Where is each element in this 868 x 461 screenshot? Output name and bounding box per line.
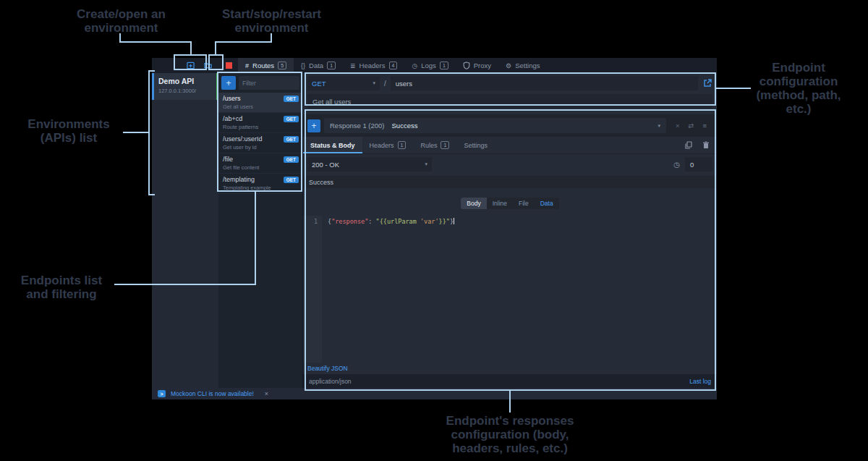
annotation-line: etc.) [740, 102, 857, 116]
annotation-line: configuration [740, 75, 857, 88]
highlight-box-endpoint-config [305, 72, 716, 106]
tab-label: Routes [252, 62, 274, 69]
annotation-line: environment [54, 21, 188, 35]
environment-host: 127.0.0.1:3000/ [158, 88, 212, 94]
connector-line [123, 132, 150, 133]
annotation-line: configuration (body, [394, 428, 626, 441]
highlight-box-endpoints-list [217, 72, 302, 192]
tab-badge: 5 [278, 62, 286, 69]
tab-proxy[interactable]: Proxy [456, 58, 498, 73]
annotation-start-stop-environment: Start/stop/restart environment [205, 7, 339, 35]
tab-logs[interactable]: ◷ Logs 1 [404, 58, 455, 73]
annotation-responses-configuration: Endpoint's responses configuration (body… [394, 414, 626, 455]
proxy-shield-icon [463, 62, 470, 69]
cli-terminal-icon: > [158, 390, 166, 397]
headers-icon: ≣ [350, 62, 356, 69]
annotated-screenshot: # Routes 5 {} Data 1 ≣ Headers 4 ◷ Logs [0, 0, 868, 461]
bracket-tick [148, 70, 155, 72]
annotation-line: Endpoint's responses [394, 414, 626, 428]
annotation-create-open-environment: Create/open an environment [54, 7, 188, 35]
highlight-box-responses [305, 109, 716, 391]
stop-environment-button[interactable] [226, 62, 232, 69]
tab-badge: 1 [440, 62, 448, 69]
toolbar: # Routes 5 {} Data 1 ≣ Headers 4 ◷ Logs [152, 58, 717, 73]
annotation-line: Endpoint [740, 61, 857, 75]
annotation-line: (method, path, [740, 88, 857, 102]
annotation-line: (APIs) list [14, 131, 123, 145]
tab-label: Headers [359, 62, 386, 69]
tab-data[interactable]: {} Data 1 [294, 58, 343, 73]
logs-icon: ◷ [412, 62, 417, 69]
annotation-line: headers, rules, etc.) [394, 441, 626, 455]
connector-line [215, 41, 216, 54]
environment-item-demo-api[interactable]: Demo API 127.0.0.1:3000/ [152, 73, 218, 100]
connector-line [215, 41, 272, 43]
environments-list: Demo API 127.0.0.1:3000/ [152, 73, 218, 388]
bracket-tick [148, 194, 155, 195]
annotation-endpoint-configuration: Endpoint configuration (method, path, et… [740, 61, 857, 116]
tab-routes[interactable]: # Routes 5 [238, 58, 294, 73]
tab-label: Logs [421, 62, 436, 69]
connector-line [190, 41, 192, 54]
banner-close-icon[interactable]: × [265, 390, 268, 397]
annotation-line: and filtering [7, 287, 116, 301]
tab-headers[interactable]: ≣ Headers 4 [343, 58, 404, 73]
tab-label: Settings [515, 62, 540, 69]
highlight-box-stop-button [208, 54, 224, 70]
main-tabs: # Routes 5 {} Data 1 ≣ Headers 4 ◷ Logs [238, 58, 547, 73]
tab-badge: 4 [389, 62, 398, 69]
highlight-box-environment-actions [174, 54, 207, 70]
annotation-line: Endpoints list [7, 274, 116, 287]
connector-line [114, 284, 256, 285]
data-icon: {} [301, 62, 305, 69]
annotation-line: Start/stop/restart [205, 7, 339, 21]
connector-line [509, 391, 511, 413]
annotation-line: Environments [14, 117, 123, 131]
connector-line [119, 41, 192, 43]
annotation-line: Create/open an [54, 7, 188, 21]
annotation-endpoints-list: Endpoints list and filtering [7, 274, 116, 301]
settings-gear-icon: ⚙ [506, 62, 511, 69]
cli-banner-link[interactable]: Mockoon CLI is now available! [171, 390, 254, 397]
routes-icon: # [245, 62, 249, 69]
tab-settings[interactable]: ⚙ Settings [498, 58, 547, 73]
tab-label: Data [309, 62, 323, 69]
tab-label: Proxy [474, 62, 491, 69]
connector-line [255, 192, 256, 284]
environment-name: Demo API [158, 77, 212, 85]
connector-line [716, 88, 751, 89]
annotation-environments-list: Environments (APIs) list [14, 117, 123, 145]
tab-badge: 1 [327, 62, 336, 69]
